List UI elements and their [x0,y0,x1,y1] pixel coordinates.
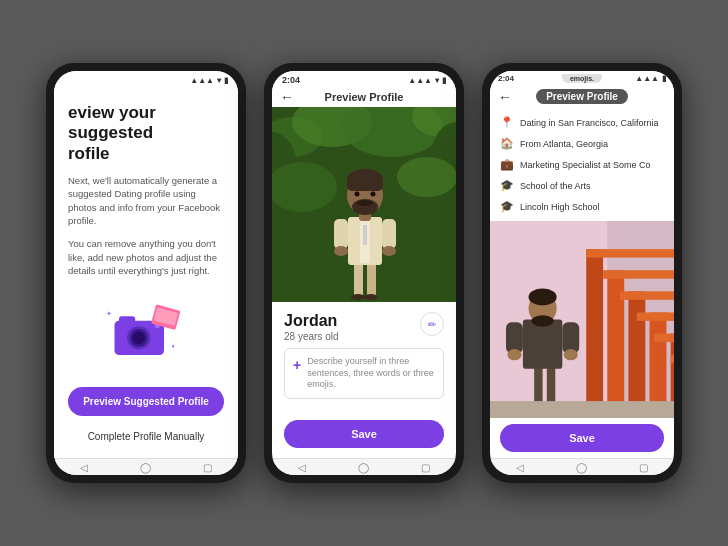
svg-rect-48 [620,291,674,299]
svg-point-37 [357,200,373,206]
nav-recent-1[interactable]: ▢ [203,462,212,473]
svg-point-4 [133,332,146,345]
svg-rect-40 [586,249,603,418]
status-bar-2: 2:04 ▲▲▲ ▾ ▮ [272,71,456,87]
screen1-desc1: Next, we'll automatically generate a sug… [68,174,224,227]
svg-point-36 [371,192,376,197]
signal-icon-3: ▲▲▲ [635,74,659,83]
work-icon: 💼 [500,158,514,171]
detail-school1-text: School of the Arts [520,181,591,191]
bio-field[interactable]: + Describe yourself in three sentences, … [284,348,444,399]
svg-text:✦: ✦ [171,343,175,349]
svg-rect-26 [334,219,348,249]
screen2-content: Jordan 28 years old ✏ + Describe yoursel… [272,107,456,458]
plus-icon: + [293,357,301,373]
pencil-icon: ✏ [428,319,436,330]
svg-point-61 [564,349,578,360]
nav-recent-2[interactable]: ▢ [421,462,430,473]
screen3-header: ← Preview Profile [490,85,674,108]
svg-rect-59 [562,322,579,353]
svg-text:✦: ✦ [106,310,112,319]
grad-icon-1: 🎓 [500,179,514,192]
preview-profile-title-2: Preview Profile [325,91,404,103]
svg-point-57 [531,315,554,326]
preview-profile-title-3: Preview Profile [536,89,628,104]
screen2-header: ← Preview Profile [272,87,456,107]
battery-icon-3: ▮ [662,74,666,83]
detail-school1: 🎓 School of the Arts [500,177,664,194]
nav-bar-1: ◁ ◯ ▢ [54,458,238,475]
status-time-3: 2:04 [498,74,514,83]
status-bar-3: 2:04 emojis. ▲▲▲ ▮ [490,71,674,85]
svg-rect-50 [654,334,674,342]
svg-rect-54 [523,320,562,369]
signal-icon: ▲▲▲ [190,76,214,85]
status-bar-1: ▲▲▲ ▾ ▮ [54,71,238,87]
detail-school2-text: Lincoln High School [520,202,600,212]
status-icons-3: ▲▲▲ ▮ [635,74,666,83]
nav-home-3[interactable]: ◯ [576,462,587,473]
svg-point-22 [364,294,378,300]
save-button-3[interactable]: Save [500,424,664,452]
svg-rect-42 [628,291,645,418]
svg-rect-47 [603,270,674,278]
back-button-3[interactable]: ← [498,89,512,105]
svg-rect-51 [671,355,674,363]
status-icons-2: ▲▲▲ ▾ ▮ [408,76,446,85]
foliage-bg [272,107,456,302]
svg-rect-58 [506,322,523,353]
svg-rect-49 [637,312,674,320]
svg-rect-20 [367,262,376,297]
detail-school2: 🎓 Lincoln High School [500,198,664,215]
nav-bar-3: ◁ ◯ ▢ [490,458,674,475]
profile-name: Jordan [284,312,338,330]
battery-icon: ▮ [224,76,228,85]
svg-point-28 [334,246,348,256]
svg-point-35 [355,192,360,197]
profile-photo-area [272,107,456,302]
battery-icon-2: ▮ [442,76,446,85]
svg-rect-1 [119,317,135,324]
nav-home-1[interactable]: ◯ [140,462,151,473]
screen1-desc2: You can remove anything you don't like, … [68,237,224,277]
nav-home-2[interactable]: ◯ [358,462,369,473]
grad-icon-2: 🎓 [500,200,514,213]
detail-work-text: Marketing Specialist at Some Co [520,160,651,170]
phone-2: 2:04 ▲▲▲ ▾ ▮ ← Preview Profile [264,63,464,483]
detail-location-text: Dating in San Francisco, California [520,118,659,128]
nav-bar-2: ◁ ◯ ▢ [272,458,456,475]
location-icon: 📍 [500,116,514,129]
detail-hometown: 🏠 From Atlanta, Georgia [500,135,664,152]
screen1-title: eview your suggested rofile [68,103,224,164]
nav-recent-3[interactable]: ▢ [639,462,648,473]
signal-icon-2: ▲▲▲ [408,76,432,85]
phone-1: ▲▲▲ ▾ ▮ eview your suggested rofile Next… [46,63,246,483]
staircase-photo [490,221,674,418]
profile-info: Jordan 28 years old ✏ + Describe yoursel… [272,302,456,458]
camera-svg: ✦ ✦ [101,297,191,367]
complete-manually-button[interactable]: Complete Profile Manually [68,426,224,447]
preview-profile-button[interactable]: Preview Suggested Profile [68,387,224,416]
svg-point-18 [397,157,456,197]
status-icons-1: ▲▲▲ ▾ ▮ [190,76,228,85]
profile-age: 28 years old [284,331,338,342]
detail-hometown-text: From Atlanta, Georgia [520,139,608,149]
nav-back-1[interactable]: ◁ [80,462,88,473]
profile-name-age: Jordan 28 years old [284,312,338,342]
edit-button[interactable]: ✏ [420,312,444,336]
svg-rect-46 [586,249,674,257]
notification-pill: emojis. [562,74,602,83]
nav-back-2[interactable]: ◁ [298,462,306,473]
svg-rect-25 [363,225,367,245]
svg-point-29 [382,246,396,256]
svg-rect-33 [347,179,383,191]
svg-point-56 [529,289,557,306]
back-button-2[interactable]: ← [280,89,294,105]
status-time-2: 2:04 [282,75,300,85]
svg-rect-62 [490,401,674,418]
bio-placeholder-text: Describe yourself in three sentences, th… [307,356,435,391]
nav-back-3[interactable]: ◁ [516,462,524,473]
save-button-2[interactable]: Save [284,420,444,448]
profile-photo-2 [490,221,674,418]
svg-rect-19 [354,262,363,297]
